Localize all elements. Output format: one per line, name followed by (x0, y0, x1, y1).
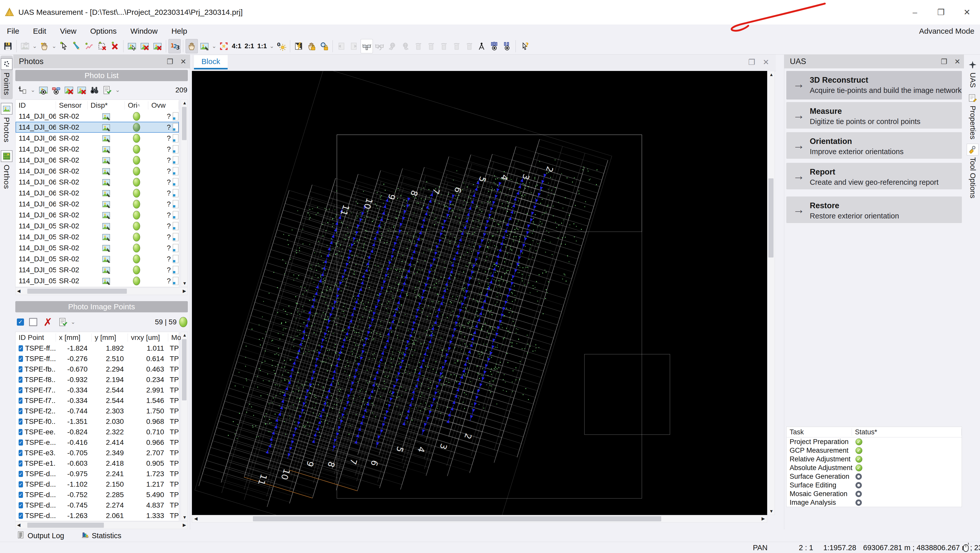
photo-list-section-header[interactable]: Photo List (15, 70, 188, 81)
photo-row[interactable]: 114_DJI_0690 SR-02 ? (16, 111, 179, 122)
display-icon[interactable] (88, 145, 125, 154)
point-row[interactable]: ✓ TSPE-d... -0.752 2.285 5.490 TPC (16, 489, 179, 500)
chevron-down-icon[interactable]: ⌄ (269, 39, 275, 53)
stereo-glasses-button[interactable] (361, 39, 373, 53)
image-delete-icon[interactable] (63, 84, 75, 96)
point-row[interactable]: ✓ TSPE-fb... -0.670 2.294 0.463 TPC (16, 364, 179, 374)
sidebar-tab-orthos[interactable]: Orthos (0, 148, 13, 193)
display-icon[interactable] (88, 167, 125, 176)
uncheck-all-checkbox[interactable] (29, 318, 37, 326)
chevron-down-icon[interactable]: ⌄ (51, 39, 57, 53)
image-delete-button[interactable] (138, 39, 151, 53)
points-filter-icon[interactable] (58, 317, 68, 327)
point-checkbox[interactable]: ✓ (19, 502, 23, 509)
image-delete-2-button[interactable] (151, 39, 164, 53)
point-row[interactable]: ✓ TSPE-f7... -0.334 2.544 1.546 TPC (16, 395, 179, 406)
sidebar-tab-photos[interactable]: Photos (0, 100, 13, 146)
column-header-idpoint[interactable]: ID Point (16, 334, 56, 342)
column-header-sensor[interactable]: Sensor (56, 101, 88, 110)
multi-view-2-button[interactable] (501, 39, 513, 53)
contrast-button[interactable] (293, 39, 305, 53)
right-tab-properties[interactable]: Properties (965, 92, 980, 139)
save-button[interactable] (2, 39, 14, 53)
viewport-hscrollbar[interactable]: ◀ ▶ (192, 515, 767, 523)
display-icon[interactable] (88, 189, 125, 198)
point-row[interactable]: ✓ TSPE-e... -0.416 2.414 0.966 TPC (16, 437, 179, 448)
photo-image-points-section-header[interactable]: Photo Image Points (15, 301, 188, 312)
card-orientation[interactable]: → Orientation Improve exterior orientati… (786, 132, 962, 159)
column-header-vrxyum[interactable]: vrxy [um] (128, 334, 168, 342)
points-hscrollbar[interactable]: ◀ ▶ (15, 521, 188, 529)
display-icon[interactable] (88, 211, 125, 220)
column-header-disp[interactable]: Disp* (88, 101, 125, 110)
photo-row[interactable]: 114_DJI_0650 SR-02 ? (16, 155, 179, 165)
dart-select-button[interactable] (70, 39, 83, 53)
card-restore[interactable]: → Restore Restore exterior orientation (786, 197, 962, 223)
point-row[interactable]: ✓ TSPE-f2... -0.744 2.303 1.750 TPC (16, 406, 179, 416)
photo-row[interactable]: 114_DJI_0590 SR-02 ? (16, 221, 179, 232)
image-delete-2-icon[interactable] (76, 84, 87, 96)
photo-row[interactable]: 114_DJI_0660 SR-02 ? (16, 144, 179, 155)
menu-edit[interactable]: Edit (26, 24, 53, 38)
point-checkbox[interactable]: ✓ (19, 492, 23, 498)
display-icon[interactable] (88, 156, 125, 165)
point-checkbox[interactable]: ✓ (19, 429, 22, 435)
photo-list-vscrollbar[interactable]: ▲ ▼ (181, 100, 188, 287)
point-row[interactable]: ✓ TSPE-ee... -0.824 2.322 0.710 TPC (16, 427, 179, 437)
display-icon[interactable] (88, 243, 125, 253)
column-header-ori[interactable]: Ori ˄ (125, 101, 148, 110)
card-3d-reconstruct[interactable]: → 3D Reconstruct Acquire tie-points and … (786, 71, 962, 100)
display-icon[interactable] (88, 178, 125, 187)
bottom-tab-statistics[interactable]: Statistics (81, 531, 121, 541)
zoom-2-1-button[interactable]: 2:1 (243, 39, 256, 53)
zoom-corners-button[interactable] (218, 39, 230, 53)
point-checkbox[interactable]: ✓ (19, 387, 22, 393)
glasses-eye-icon[interactable] (51, 84, 62, 96)
photo-row[interactable]: 114_DJI_0610 SR-02 ? (16, 199, 179, 210)
scroll-down-icon[interactable]: ▼ (769, 509, 773, 513)
float-panel-icon[interactable]: ❐ (167, 57, 173, 66)
multi-view-button[interactable] (488, 39, 501, 53)
menu-file[interactable]: File (0, 24, 26, 38)
scroll-left-icon[interactable]: ◀ (194, 516, 197, 521)
chevron-down-icon[interactable]: ⌄ (32, 39, 38, 53)
block-viewport[interactable]: 223344556677889910101111 (192, 71, 767, 515)
restore-button[interactable]: ❐ (935, 7, 947, 17)
display-icon[interactable] (88, 200, 125, 209)
brightness-sun-button[interactable]: 0 (275, 39, 288, 53)
close-panel-icon[interactable]: ✕ (955, 57, 960, 66)
delete-region-button[interactable] (96, 39, 108, 53)
photo-row[interactable]: 114_DJI_0570 SR-02 ? (16, 242, 179, 253)
tab-block[interactable]: Block (194, 55, 228, 70)
card-report[interactable]: → Report Create and view geo-referencing… (786, 163, 962, 189)
bottom-tab-output-log[interactable]: Output Log (16, 531, 64, 541)
photo-row[interactable]: 114_DJI_0600 SR-02 ? (16, 210, 179, 221)
help-cursor-button[interactable]: ? (518, 39, 530, 53)
column-header-id[interactable]: ID (16, 101, 56, 110)
photo-row[interactable]: 114_DJI_0540 SR-02 ? (16, 275, 179, 286)
pan-hand-button[interactable] (186, 39, 198, 53)
menu-window[interactable]: Window (124, 24, 165, 38)
viewport-vscrollbar[interactable]: ▲ ▼ (767, 71, 775, 515)
column-header-status[interactable]: Status* (852, 429, 962, 435)
display-icon[interactable] (88, 221, 125, 231)
scroll-up-icon[interactable]: ▲ (183, 333, 187, 337)
station-view-button[interactable] (476, 39, 488, 53)
photo-row[interactable]: 114_DJI_0680 SR-02 ? (16, 122, 179, 133)
display-icon[interactable] (88, 232, 125, 242)
branch-icon[interactable] (17, 84, 28, 96)
scroll-down-icon[interactable]: ▼ (183, 515, 187, 520)
menu-options[interactable]: Options (83, 24, 124, 38)
zoom-lock-button[interactable] (318, 39, 330, 53)
column-header-xmm[interactable]: x [mm] (56, 334, 92, 342)
close-button[interactable]: ✕ (961, 7, 973, 17)
point-checkbox[interactable]: ✓ (19, 450, 22, 456)
close-panel-icon[interactable]: ✕ (180, 57, 186, 66)
column-header-ovw[interactable]: Ovw (148, 101, 179, 110)
photo-row[interactable]: 114_DJI_0550 SR-02 ? (16, 264, 179, 275)
point-checkbox[interactable]: ✓ (19, 471, 23, 477)
point-checkbox[interactable]: ✓ (19, 439, 23, 446)
scroll-down-icon[interactable]: ▼ (183, 281, 187, 286)
card-measure[interactable]: → Measure Digitize tie points or control… (786, 102, 962, 129)
point-row[interactable]: ✓ TSPE-d... -1.263 2.061 1.333 TPC (16, 510, 179, 521)
